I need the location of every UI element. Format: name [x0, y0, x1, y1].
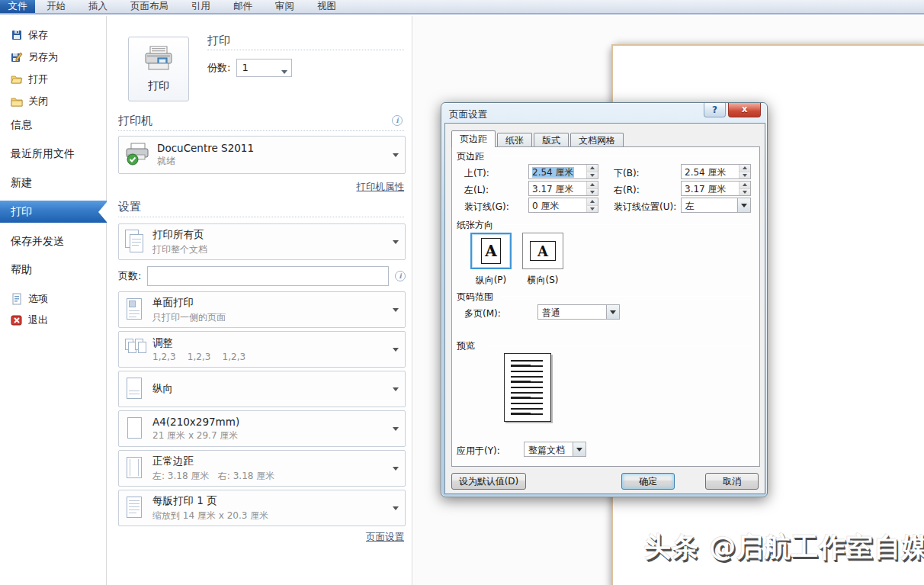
- stepper-up-icon[interactable]: [740, 182, 750, 188]
- pages-per-sheet-dropdown[interactable]: 每版打印 1 页 缩放到 14 厘米 x 20.3 厘米: [118, 490, 406, 526]
- landscape-page-icon: A: [530, 241, 556, 261]
- margins-dropdown[interactable]: 正常边距 左: 3.18 厘米 右: 3.18 厘米: [118, 450, 406, 487]
- stepper-up-icon[interactable]: [740, 165, 750, 172]
- pages-info-icon[interactable]: i: [395, 271, 406, 281]
- margin-right-label: 右(R):: [614, 184, 640, 197]
- landscape-label: 横向(S): [519, 274, 566, 287]
- sidebar-item-print-selected[interactable]: 打印: [0, 201, 107, 223]
- tab-references[interactable]: 引用: [180, 0, 222, 13]
- stepper-down-icon[interactable]: [281, 70, 287, 74]
- sidebar-item-label: 保存: [28, 28, 48, 42]
- selection-notch: [98, 202, 107, 222]
- dialog-close-button[interactable]: x: [728, 103, 761, 117]
- save-as-icon: [11, 51, 23, 63]
- margin-top-value: 2.54 厘米: [532, 167, 574, 178]
- stepper-up-icon[interactable]: [587, 198, 598, 205]
- printer-name: DocuCentre S2011: [157, 142, 387, 154]
- ok-button[interactable]: 确定: [621, 473, 675, 490]
- stepper-down-icon[interactable]: [587, 172, 598, 179]
- tab-margins[interactable]: 页边距: [451, 130, 496, 147]
- tab-document-grid[interactable]: 文档网格: [570, 133, 624, 147]
- print-all-pages-icon: [125, 230, 145, 254]
- paper-size-icon: [125, 416, 145, 441]
- cancel-button[interactable]: 取消: [705, 473, 759, 490]
- sidebar-item-label: 退出: [28, 313, 48, 327]
- preview-group-label: 预览: [457, 339, 480, 352]
- paper-size-dropdown[interactable]: A4(210x297mm) 21 厘米 x 29.7 厘米: [118, 410, 406, 447]
- printer-properties-link[interactable]: 打印机属性: [357, 181, 405, 194]
- sidebar-item-new[interactable]: 新建: [0, 174, 107, 192]
- backstage-sidebar: 保存 另存为 打开 关闭 信息 最近所用文件 新建: [0, 16, 107, 585]
- stepper-down-icon[interactable]: [740, 188, 750, 196]
- sidebar-item-open[interactable]: 打开: [0, 70, 107, 88]
- group-divider: [483, 345, 753, 346]
- tab-view[interactable]: 视图: [306, 0, 348, 13]
- margin-bottom-stepper[interactable]: 2.54 厘米: [681, 164, 751, 179]
- multiple-pages-select[interactable]: 普通: [537, 304, 620, 320]
- setting-title: 打印所有页: [152, 228, 385, 242]
- setting-title: 调整: [152, 336, 385, 350]
- gutter-stepper[interactable]: 0 厘米: [528, 198, 598, 213]
- gutter-label: 装订线(G):: [464, 201, 509, 214]
- sidebar-item-save-and-send[interactable]: 保存并发送: [0, 233, 107, 251]
- printer-status: 就绪: [157, 155, 387, 168]
- copies-stepper[interactable]: 1: [236, 59, 292, 77]
- printer-device-icon: [125, 143, 151, 168]
- tab-file[interactable]: 文件: [0, 0, 35, 13]
- sidebar-item-options[interactable]: 选项: [0, 290, 107, 308]
- tab-paper[interactable]: 纸张: [497, 133, 532, 147]
- page-setup-dialog: 页面设置 ? x 页边距 纸张 版式 文档网格 页边距 上(T): 2.54 厘…: [441, 102, 768, 497]
- sidebar-item-close[interactable]: 关闭: [0, 92, 107, 111]
- stepper-down-icon[interactable]: [587, 205, 598, 213]
- sidebar-item-save-as[interactable]: 另存为: [0, 48, 107, 66]
- stepper-up-icon[interactable]: [587, 165, 598, 172]
- sidebar-item-save[interactable]: 保存: [0, 26, 107, 44]
- print-button-label: 打印: [148, 79, 169, 93]
- portrait-tile[interactable]: A: [470, 233, 512, 269]
- pages-per-sheet-icon: [125, 496, 145, 520]
- sidebar-item-exit[interactable]: 退出: [0, 311, 107, 329]
- tab-page-layout[interactable]: 页面布局: [119, 0, 180, 13]
- chevron-down-icon: [393, 240, 399, 244]
- margin-bottom-label: 下(B):: [614, 167, 640, 180]
- pages-field-row: 页数: i: [118, 265, 406, 287]
- set-as-default-button[interactable]: 设为默认值(D): [451, 473, 526, 490]
- landscape-tile[interactable]: A: [522, 233, 563, 269]
- gutter-position-select[interactable]: 左: [681, 198, 751, 213]
- sidebar-item-recent[interactable]: 最近所用文件: [0, 145, 107, 163]
- apply-to-select[interactable]: 整篇文档: [524, 442, 586, 457]
- stepper-down-icon[interactable]: [587, 188, 598, 196]
- collation-dropdown[interactable]: 调整 1,2,3 1,2,3 1,2,3: [118, 331, 406, 368]
- page-setup-link[interactable]: 页面设置: [366, 531, 404, 544]
- pages-input[interactable]: [147, 266, 389, 286]
- tab-insert[interactable]: 插入: [77, 0, 119, 13]
- sidebar-item-help[interactable]: 帮助: [0, 261, 107, 279]
- duplex-dropdown[interactable]: 单面打印 只打印一侧的页面: [118, 291, 406, 328]
- tab-home[interactable]: 开始: [35, 0, 77, 13]
- print-range-dropdown[interactable]: 打印所有页 打印整个文档: [118, 223, 406, 260]
- sidebar-item-info[interactable]: 信息: [0, 116, 107, 134]
- margins-icon: [125, 456, 145, 481]
- chevron-down-icon: [393, 506, 399, 510]
- tab-review[interactable]: 审阅: [264, 0, 306, 13]
- save-icon: [11, 29, 23, 41]
- setting-title: 单面打印: [152, 296, 385, 310]
- margin-right-stepper[interactable]: 3.17 厘米: [681, 181, 751, 196]
- orientation-dropdown[interactable]: 纵向: [118, 371, 406, 407]
- margin-top-stepper[interactable]: 2.54 厘米: [528, 164, 598, 179]
- print-button[interactable]: 打印: [128, 37, 189, 101]
- tab-mailings[interactable]: 邮件: [222, 0, 264, 13]
- printer-info-icon[interactable]: i: [392, 115, 403, 126]
- sidebar-item-label: 新建: [11, 176, 32, 190]
- tab-layout[interactable]: 版式: [534, 133, 569, 147]
- printer-dropdown[interactable]: DocuCentre S2011 就绪: [118, 136, 406, 174]
- dialog-title: 页面设置: [449, 108, 487, 121]
- setting-title: 纵向: [152, 382, 385, 396]
- dialog-help-button[interactable]: ?: [704, 103, 726, 117]
- chevron-down-icon: [393, 427, 399, 431]
- margin-left-stepper[interactable]: 3.17 厘米: [528, 181, 598, 196]
- preview-text-lines: [511, 362, 531, 415]
- setting-subtitle: 只打印一侧的页面: [152, 311, 385, 324]
- stepper-up-icon[interactable]: [587, 182, 598, 188]
- stepper-down-icon[interactable]: [740, 172, 750, 179]
